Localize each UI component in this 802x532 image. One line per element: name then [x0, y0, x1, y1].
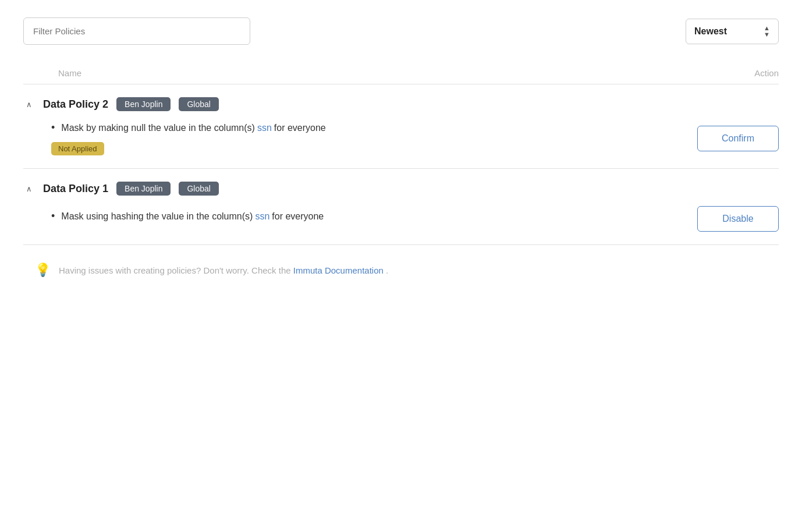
- policy-name: Data Policy 1: [43, 183, 108, 195]
- sort-dropdown[interactable]: Newest ▲▼: [686, 19, 779, 44]
- filter-policies-input[interactable]: [23, 17, 250, 45]
- rule-text: •Mask by making null the value in the co…: [51, 122, 686, 134]
- policy-tag: Ben Joplin: [116, 182, 171, 196]
- col-name-header: Name: [58, 68, 81, 78]
- rule-bullet: •: [51, 122, 55, 134]
- policy-header-policy-1: ∧Data Policy 1Ben JoplinGlobal: [23, 182, 779, 196]
- status-badge: Not Applied: [51, 142, 104, 155]
- rule-row: •Mask using hashing the value in the col…: [23, 206, 779, 232]
- rule-column-link[interactable]: ssn: [257, 123, 272, 133]
- confirm-button[interactable]: Confirm: [697, 126, 779, 151]
- chevron-up-icon[interactable]: ∧: [23, 185, 35, 193]
- policy-tag: Global: [179, 97, 218, 111]
- chevron-up-icon[interactable]: ∧: [23, 100, 35, 109]
- rule-text-after: for everyone: [272, 211, 324, 222]
- top-bar: Newest ▲▼: [23, 17, 779, 45]
- rule-text-after: for everyone: [274, 123, 326, 133]
- col-action-header: Action: [754, 68, 779, 78]
- rule-column-link[interactable]: ssn: [255, 211, 269, 222]
- rule-bullet: •: [51, 210, 55, 222]
- disable-button[interactable]: Disable: [697, 206, 779, 232]
- table-header: Name Action: [23, 62, 779, 84]
- rule-content: •Mask using hashing the value in the col…: [51, 210, 686, 228]
- lightbulb-icon: 💡: [35, 263, 51, 278]
- policy-name: Data Policy 2: [43, 98, 108, 111]
- policies-list: ∧Data Policy 2Ben JoplinGlobal•Mask by m…: [23, 84, 779, 245]
- rule-content: •Mask by making null the value in the co…: [51, 122, 686, 155]
- rule-description: Mask using hashing the value in the colu…: [61, 211, 324, 222]
- rule-description: Mask by making null the value in the col…: [61, 123, 325, 133]
- rule-text-before: Mask by making null the value in the col…: [61, 123, 255, 133]
- immuta-docs-link[interactable]: Immuta Documentation: [293, 265, 384, 275]
- rule-row: •Mask by making null the value in the co…: [23, 122, 779, 155]
- rule-text: •Mask using hashing the value in the col…: [51, 210, 686, 222]
- policy-tag: Ben Joplin: [116, 97, 171, 111]
- sort-arrows-icon: ▲▼: [764, 25, 770, 38]
- policy-section-policy-2: ∧Data Policy 2Ben JoplinGlobal•Mask by m…: [23, 84, 779, 169]
- rule-text-before: Mask using hashing the value in the colu…: [61, 211, 253, 222]
- policy-tag: Global: [179, 182, 218, 196]
- footer-text: Having issues with creating policies? Do…: [59, 265, 388, 275]
- policy-header-policy-2: ∧Data Policy 2Ben JoplinGlobal: [23, 97, 779, 111]
- footer-note: 💡 Having issues with creating policies? …: [23, 245, 779, 283]
- sort-label: Newest: [694, 26, 727, 37]
- policy-section-policy-1: ∧Data Policy 1Ben JoplinGlobal•Mask usin…: [23, 169, 779, 245]
